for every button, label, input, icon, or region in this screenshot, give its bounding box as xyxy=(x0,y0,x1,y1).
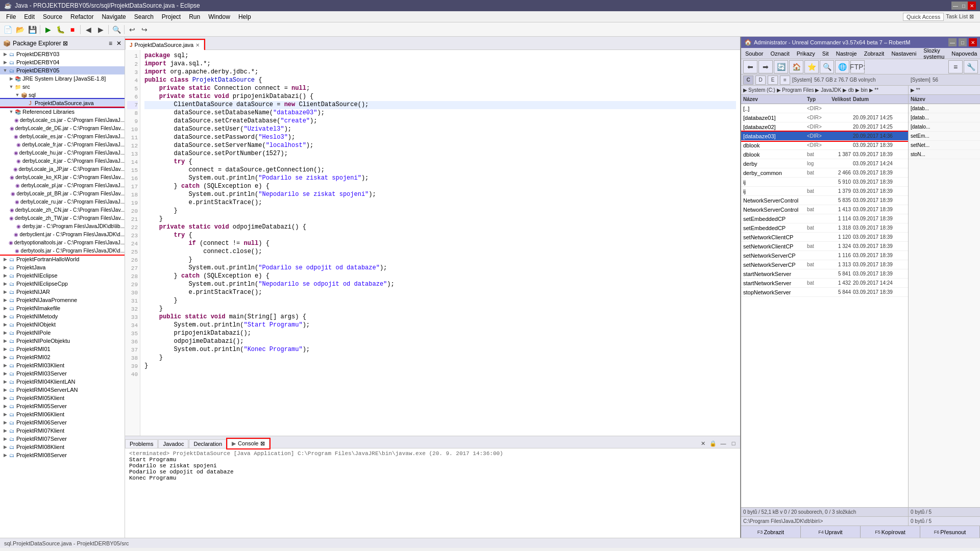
jar-derby-ru[interactable]: ◉ derbyLocale_ru.jar - C:\Program Files\… xyxy=(0,197,125,206)
menu-search[interactable]: Search xyxy=(130,12,158,21)
jar-derby-de[interactable]: ◉ derbyLocale_de_DE.jar - C:\Program Fil… xyxy=(0,124,125,132)
project-rmi07server[interactable]: ▶ 🗂 ProjektRMI07Server xyxy=(0,435,125,443)
uc-menu-slozky[interactable]: Slozky systemu xyxy=(920,46,947,61)
uc-menu-prikazy[interactable]: Prikazy xyxy=(794,49,818,58)
maximize-button[interactable]: □ xyxy=(960,2,968,10)
uc-star-button[interactable]: ⭐ xyxy=(804,60,819,73)
uc-disk-e-btn[interactable]: E xyxy=(768,76,778,85)
tab-declaration[interactable]: Declaration xyxy=(189,439,227,448)
project-nipoleobj[interactable]: ▶ 🗂 ProjektNIPoleObjektu xyxy=(0,337,125,345)
file-row-db02[interactable]: [databaze02] <DIR> 20.09.2017 14:25 xyxy=(741,122,908,132)
fkey-f6[interactable]: F6 Přesunout xyxy=(920,526,980,538)
uc-close-button[interactable]: ✕ xyxy=(969,38,977,46)
file-row-startnw[interactable]: startNetworkServer 5 841 03.09.2017 18:3… xyxy=(741,269,908,279)
project-rmi06klient[interactable]: ▶ 🗂 ProjektRMI06Klient xyxy=(0,410,125,418)
jar-derby-ja[interactable]: ◉ derbyLocale_ja_JP.jar - C:\Program Fil… xyxy=(0,165,125,173)
tab-problems[interactable]: Problems xyxy=(125,439,158,448)
project-rmi04serverlan[interactable]: ▶ 🗂 ProjektRMI04ServerLAN xyxy=(0,386,125,394)
project-rmi03server[interactable]: ▶ 🗂 ProjektRMI03Server xyxy=(0,369,125,378)
tab-console[interactable]: ▶ Console ⊠ xyxy=(227,439,269,448)
file-row-nsc-bat[interactable]: NetworkServerControl bat 1 413 03.09.201… xyxy=(741,205,908,214)
jar-derbyoptional[interactable]: ◉ derbyoptionaltools.jar - C:\Program Fi… xyxy=(0,238,125,246)
jar-derby-pt[interactable]: ◉ derbyLocale_pt_BR.jar - C:\Program Fil… xyxy=(0,189,125,197)
uc-menu-napoveda[interactable]: Napoveda xyxy=(948,49,980,58)
save-button[interactable]: 💾 xyxy=(27,24,38,35)
right-file-row[interactable]: setNet... xyxy=(909,141,980,150)
project-rmi01[interactable]: ▶ 🗂 ProjektRMI01 xyxy=(0,345,125,353)
uc-forward-button[interactable]: ➡ xyxy=(758,60,773,73)
jar-derby-zhcn[interactable]: ◉ derbyLocale_zh_CN.jar - C:\Program Fil… xyxy=(0,206,125,214)
menu-refactor[interactable]: Refactor xyxy=(66,12,97,21)
project-rmi08klient[interactable]: ▶ 🗂 ProjektRMI08Klient xyxy=(0,443,125,451)
uc-menu-oznacit[interactable]: Oznacit xyxy=(767,49,792,58)
prev-button[interactable]: ◀ xyxy=(83,24,94,35)
project-fortran[interactable]: ▶ 🗂 ProjektFortranHalloWorld xyxy=(0,255,125,263)
menu-window[interactable]: Window xyxy=(204,12,234,21)
java-file-datasource[interactable]: J ProjektDataSource.java xyxy=(0,99,125,107)
uc-minimize-button[interactable]: — xyxy=(948,38,957,46)
next-button[interactable]: ▶ xyxy=(95,24,106,35)
uc-disk-c-btn[interactable]: C xyxy=(743,76,753,85)
uc-path-bar[interactable]: C:\Program Files\JavaJDK\db\bin\> xyxy=(741,516,908,525)
uc-menu-soubor[interactable]: Soubor xyxy=(742,49,766,58)
search-button[interactable]: 🔍 xyxy=(111,24,122,35)
project-rmi03klient[interactable]: ▶ 🗂 ProjektRMI03Klient xyxy=(0,361,125,369)
uc-right-path[interactable]: 0 bytů / 5 xyxy=(909,516,980,525)
debug-button[interactable]: 🐛 xyxy=(55,24,66,35)
project-nimetody[interactable]: ▶ 🗂 ProjektNIMetody xyxy=(0,312,125,320)
project-nipole[interactable]: ▶ 🗂 ProjektNIPole xyxy=(0,329,125,337)
jar-derby-hu[interactable]: ◉ derbyLocale_hu.jar - C:\Program Files\… xyxy=(0,148,125,157)
uc-network-button[interactable]: 🌐 xyxy=(835,60,849,73)
file-row-parent[interactable]: [..] <DIR> xyxy=(741,104,908,113)
menu-source[interactable]: Source xyxy=(39,12,66,21)
project-rmi06server[interactable]: ▶ 🗂 ProjektRMI06Server xyxy=(0,418,125,427)
jar-derby-pl[interactable]: ◉ derbyLocale_pl.jar - C:\Program Files\… xyxy=(0,181,125,189)
uc-right-btn2[interactable]: 🔧 xyxy=(964,60,978,73)
file-row-sncc[interactable]: setNetworkClientCP 1 120 03.09.2017 18:3… xyxy=(741,233,908,242)
collapse-all-icon[interactable]: ≡ xyxy=(109,40,112,47)
uc-refresh-button[interactable]: 🔄 xyxy=(774,60,788,73)
project-derby03[interactable]: ▶ 🗂 ProjektDERBY03 xyxy=(0,50,125,58)
project-java[interactable]: ▶ 🗂 ProjektJava xyxy=(0,263,125,271)
minimize-button[interactable]: — xyxy=(951,2,960,10)
uc-ftp-button[interactable]: FTP: xyxy=(850,60,865,73)
uc-home-button[interactable]: 🏠 xyxy=(789,60,803,73)
project-rmi05server[interactable]: ▶ 🗂 ProjektRMI05Server xyxy=(0,402,125,410)
fkey-f3[interactable]: F3 Zobrazit xyxy=(741,526,801,538)
editor-tab-datasource[interactable]: J ProjektDataSource.java ✕ xyxy=(125,40,204,50)
fkey-f5[interactable]: F5 Kopírovat xyxy=(861,526,920,538)
file-row-stopnw[interactable]: stopNetworkServer 5 844 03.09.2017 18:39 xyxy=(741,288,908,297)
project-derby04[interactable]: ▶ 🗂 ProjektDERBY04 xyxy=(0,58,125,66)
console-clear-button[interactable]: ✕ xyxy=(698,439,707,448)
file-row-dblook-dir[interactable]: dblook <DIR> 03.09.2017 18:39 xyxy=(741,141,908,150)
jar-derbytools[interactable]: ◉ derbytools.jar - C:\Program Files\Java… xyxy=(0,246,125,255)
file-row-derby[interactable]: derby log 03.09.2017 14:24 xyxy=(741,159,908,168)
file-row-db03[interactable]: [databaze03] <DIR> 20.09.2017 14:36 xyxy=(741,132,908,141)
uc-menu-zobrazit[interactable]: Zobrazit xyxy=(861,49,888,58)
uc-disk-f-btn[interactable]: ≡ xyxy=(780,76,790,85)
file-row-secp[interactable]: setEmbeddedCP 1 114 03.09.2017 18:39 xyxy=(741,214,908,223)
open-button[interactable]: 📂 xyxy=(14,24,26,35)
tab-close-button[interactable]: ✕ xyxy=(195,42,200,48)
jar-derby-ko[interactable]: ◉ derbyLocale_ko_KR.jar - C:\Program Fil… xyxy=(0,173,125,181)
console-maximize-button[interactable]: □ xyxy=(729,439,738,448)
file-row-derby-common[interactable]: derby_common bat 2 466 03.09.2017 18:39 xyxy=(741,168,908,178)
file-row-startnw-bat[interactable]: startNetworkServer bat 1 432 20.09.2017 … xyxy=(741,279,908,288)
console-minimize-button[interactable]: — xyxy=(719,439,728,448)
right-file-row[interactable]: stoN... xyxy=(909,150,980,159)
uc-menu-nastaveni[interactable]: Nastaveni xyxy=(888,49,919,58)
project-rmi02[interactable]: ▶ 🗂 ProjektRMI02 xyxy=(0,353,125,361)
uc-menu-nastroje[interactable]: Nastroje xyxy=(833,49,860,58)
file-row-ij[interactable]: ij 5 910 03.09.2017 18:39 xyxy=(741,178,908,187)
menu-file[interactable]: File xyxy=(2,12,20,21)
project-rmi04klientlan[interactable]: ▶ 🗂 ProjektRMI04KlientLAN xyxy=(0,378,125,386)
jar-derby-zhtw[interactable]: ◉ derbyLocale_zh_TW.jar - C:\Program Fil… xyxy=(0,214,125,222)
close-button[interactable]: ✕ xyxy=(968,2,976,10)
jre-library[interactable]: ▶ 📚 JRE System Library [JavaSE-1.8] xyxy=(0,74,125,83)
run-button[interactable]: ▶ xyxy=(42,24,54,35)
menu-edit[interactable]: Edit xyxy=(20,12,39,21)
project-nieclipse[interactable]: ▶ 🗂 ProjektNIEclipse xyxy=(0,271,125,280)
jar-derby-fr[interactable]: ◉ derbyLocale_fr.jar - C:\Program Files\… xyxy=(0,140,125,148)
project-rmi08server[interactable]: ▶ 🗂 ProjektRMI08Server xyxy=(0,451,125,459)
sql-package[interactable]: ▼ 📦 sql xyxy=(0,91,125,99)
